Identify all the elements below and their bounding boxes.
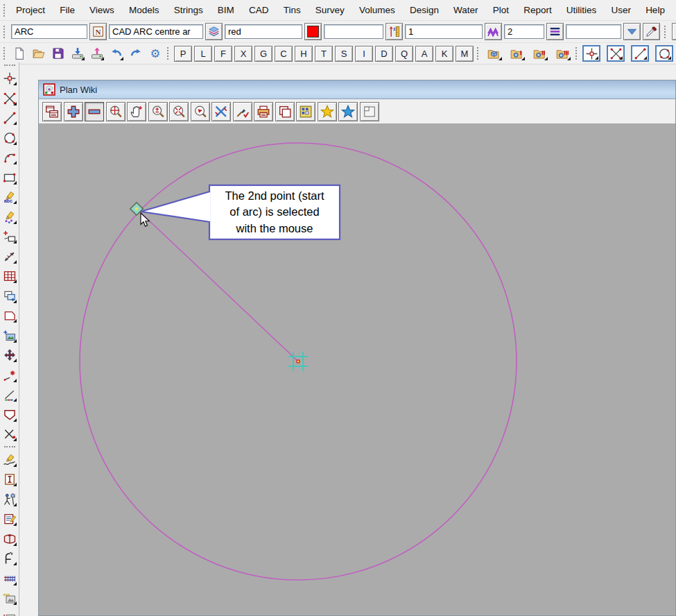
export-button[interactable]	[88, 45, 105, 62]
clean-redraw-button[interactable]	[233, 102, 252, 121]
menu-item-strings[interactable]: Strings	[167, 5, 210, 15]
tile-windows-button[interactable]	[42, 102, 62, 121]
linestyle-picker-button[interactable]	[485, 23, 502, 40]
iconbar-gripper[interactable]	[3, 47, 7, 60]
note-edit-button[interactable]	[1, 511, 18, 527]
railway-button[interactable]	[1, 570, 18, 587]
shield-button[interactable]	[1, 407, 18, 423]
grid-button[interactable]	[1, 268, 18, 284]
menu-item-models[interactable]: Models	[122, 5, 166, 15]
text-i-button[interactable]	[1, 471, 18, 488]
menu-item-views[interactable]: Views	[83, 5, 121, 15]
menu-item-bim[interactable]: BIM	[211, 5, 241, 15]
image-dots-button[interactable]	[1, 610, 18, 616]
snap-toggle-d[interactable]: D	[375, 46, 393, 62]
blank-field[interactable]	[324, 24, 383, 39]
cad-arc-button[interactable]	[1, 149, 18, 166]
weight-input[interactable]	[504, 24, 544, 39]
name-toggle-button[interactable]: N	[89, 23, 107, 40]
quick-circle-button[interactable]	[655, 45, 673, 62]
segment-colour-button[interactable]	[1, 386, 18, 403]
menu-item-project[interactable]: Project	[9, 5, 52, 15]
quick-xnode-button[interactable]	[607, 45, 625, 62]
folder-gear-1-button[interactable]	[507, 45, 526, 62]
shrink-wrap-button[interactable]	[169, 102, 189, 121]
cad-point-button[interactable]	[1, 70, 18, 87]
z-height-button[interactable]: z	[385, 23, 403, 40]
folder-gear-2-button[interactable]	[530, 45, 549, 62]
zoom-minus-button[interactable]	[85, 102, 104, 121]
plan-canvas[interactable]: The 2nd point (start of arc) is selected…	[39, 124, 675, 615]
redraw-button[interactable]	[211, 102, 231, 121]
menu-item-file[interactable]: File	[53, 5, 82, 15]
eyedropper-button[interactable]	[643, 23, 660, 40]
snap-toggle-l[interactable]: L	[194, 46, 212, 62]
menu-item-water[interactable]: Water	[447, 5, 485, 15]
previous-view-button[interactable]	[191, 102, 210, 121]
iconbar-gripper-4[interactable]	[575, 47, 579, 60]
snap-toggle-i[interactable]: I	[355, 46, 373, 62]
lineweight-picker-button[interactable]	[546, 23, 564, 40]
image-button[interactable]	[1, 327, 18, 344]
zoom-extents-button[interactable]	[106, 102, 125, 121]
snap-toggle-c[interactable]: C	[275, 46, 293, 62]
folder-cube-button[interactable]	[484, 45, 503, 62]
snap-toggle-m[interactable]: M	[456, 46, 474, 62]
plan-window-titlebar[interactable]: Plan Wiki	[39, 80, 675, 99]
snap-toggle-p[interactable]: P	[174, 46, 192, 62]
view-layout-button[interactable]	[296, 102, 315, 121]
menu-item-volumes[interactable]: Volumes	[352, 5, 402, 15]
snap-toggle-x[interactable]: X	[234, 46, 252, 62]
iconbar-gripper-3[interactable]	[477, 47, 480, 60]
move-point-button[interactable]	[1, 367, 18, 384]
menu-item-survey[interactable]: Survey	[309, 5, 352, 15]
new-file-button[interactable]	[10, 45, 28, 62]
snap-toggle-q[interactable]: Q	[395, 46, 413, 62]
delete-x-button[interactable]	[1, 426, 18, 443]
snap-toggle-h[interactable]: H	[295, 46, 313, 62]
menu-item-user[interactable]: User	[604, 5, 638, 15]
cad-line-button[interactable]	[1, 110, 18, 126]
layers-button[interactable]	[205, 23, 223, 40]
menu-item-design[interactable]: Design	[403, 5, 446, 15]
quick-point-button[interactable]	[582, 45, 600, 62]
copy-view-button[interactable]	[275, 102, 295, 121]
snap-toggle-s[interactable]: S	[335, 46, 353, 62]
quick-line-button[interactable]	[631, 45, 649, 62]
corner-window-button[interactable]	[360, 102, 379, 121]
settings-gear-button[interactable]: ⚙	[146, 45, 164, 62]
colour-swatch-button[interactable]	[304, 23, 322, 40]
image-xyz-button[interactable]: xyz	[1, 590, 18, 606]
menu-item-help[interactable]: Help	[639, 5, 672, 15]
cad-point-symbol-button[interactable]	[1, 228, 18, 245]
import-button[interactable]	[69, 45, 86, 62]
survey-button[interactable]	[1, 491, 18, 508]
copy-element-button[interactable]	[1, 288, 18, 305]
style-input[interactable]	[566, 24, 621, 39]
cad-operation-input[interactable]	[109, 24, 203, 39]
menu-item-cad[interactable]: CAD	[242, 5, 276, 15]
open-folder-button[interactable]	[30, 45, 47, 62]
sidebar-gripper-2[interactable]	[4, 446, 15, 450]
snap-toggle-a[interactable]: A	[415, 46, 433, 62]
colour-input[interactable]	[225, 24, 302, 39]
freehand-button[interactable]	[1, 452, 18, 468]
snap-toggle-t[interactable]: T	[315, 46, 333, 62]
move-button[interactable]	[1, 347, 18, 363]
pan-button[interactable]	[127, 102, 146, 121]
plot-button[interactable]	[254, 102, 273, 121]
menu-item-utilities[interactable]: Utilities	[560, 5, 604, 15]
folder-gear-3-button[interactable]	[553, 45, 572, 62]
snap-toggle-k[interactable]: K	[435, 46, 453, 62]
snap-toggle-g[interactable]: G	[254, 46, 272, 62]
font-style-button[interactable]: A	[672, 23, 676, 40]
cad-symbol-button[interactable]	[1, 209, 18, 225]
propbar-gripper[interactable]	[3, 26, 7, 38]
menu-item-tins[interactable]: Tins	[277, 5, 308, 15]
cad-text-button[interactable]: abc	[1, 189, 18, 205]
menubar-gripper[interactable]	[3, 4, 7, 17]
favourites-blue-star-button[interactable]	[338, 102, 358, 121]
curve-f-button[interactable]	[1, 550, 18, 567]
polygon-button[interactable]	[1, 307, 18, 324]
menu-item-plot[interactable]: Plot	[486, 5, 516, 15]
